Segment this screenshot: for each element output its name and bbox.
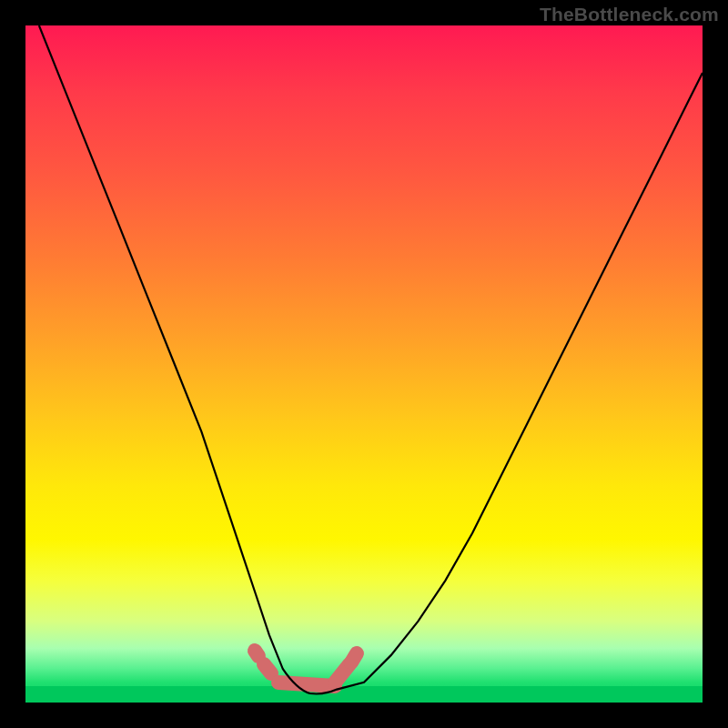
highlight-right-dot — [351, 653, 357, 662]
highlight-bottom-flat — [278, 682, 335, 686]
bottleneck-curve-line — [39, 25, 703, 693]
chart-frame: TheBottleneck.com — [0, 0, 728, 728]
highlight-left-dot — [255, 651, 258, 656]
watermark-text: TheBottleneck.com — [540, 4, 719, 25]
curve-svg — [25, 25, 703, 703]
highlight-left-seg — [264, 664, 271, 673]
plot-area — [25, 25, 703, 703]
highlight-group — [255, 651, 357, 686]
